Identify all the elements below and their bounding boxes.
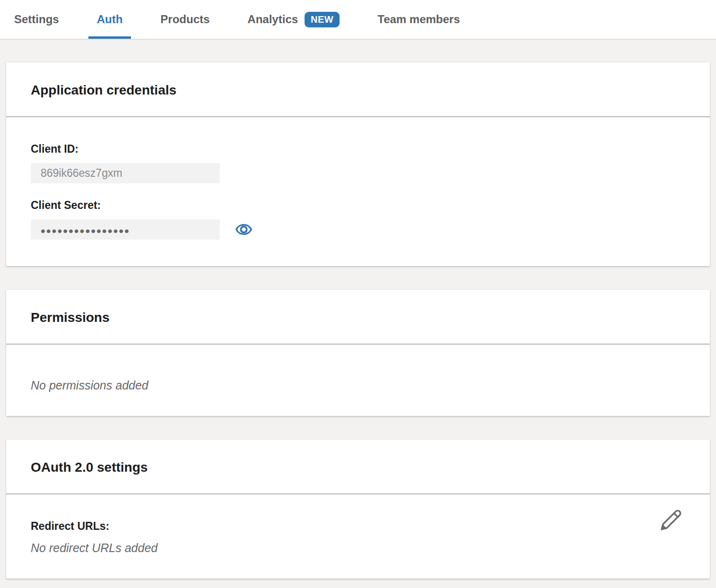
- redirect-urls-label: Redirect URLs:: [31, 520, 685, 533]
- oauth-settings-header: OAuth 2.0 settings: [6, 440, 710, 494]
- tab-analytics-label: Analytics: [247, 13, 298, 26]
- permissions-header: Permissions: [6, 290, 710, 345]
- analytics-new-badge: NEW: [305, 12, 340, 27]
- tab-analytics[interactable]: Analytics NEW: [247, 0, 340, 39]
- client-secret-group: Client Secret: ••••••••••••••••: [31, 199, 685, 240]
- no-redirect-urls-text: No redirect URLs added: [31, 541, 685, 555]
- edit-redirect-urls-button[interactable]: [660, 509, 682, 531]
- auth-tab-content: Application credentials Client ID: 869ik…: [0, 40, 716, 585]
- show-client-secret-button[interactable]: [235, 221, 253, 238]
- eye-icon: [235, 221, 253, 238]
- tab-team-members[interactable]: Team members: [377, 0, 460, 39]
- application-credentials-title: Application credentials: [31, 82, 685, 98]
- tab-products[interactable]: Products: [160, 0, 210, 39]
- client-id-label: Client ID:: [31, 143, 685, 156]
- tab-settings-label: Settings: [14, 13, 59, 26]
- tab-bar: Settings Auth Products Analytics NEW Tea…: [0, 0, 716, 40]
- application-credentials-body: Client ID: 869ik66esz7gxm Client Secret:…: [6, 117, 710, 266]
- no-permissions-text: No permissions added: [31, 379, 685, 392]
- client-secret-label: Client Secret:: [31, 199, 685, 212]
- client-secret-field: ••••••••••••••••: [31, 219, 220, 240]
- tab-auth[interactable]: Auth: [97, 0, 123, 39]
- client-id-field: 869ik66esz7gxm: [31, 163, 220, 183]
- client-id-group: Client ID: 869ik66esz7gxm: [31, 143, 685, 183]
- permissions-body: No permissions added: [6, 345, 710, 416]
- client-secret-masked-value: ••••••••••••••••: [41, 222, 130, 238]
- oauth-settings-title: OAuth 2.0 settings: [31, 459, 685, 476]
- tab-team-members-label: Team members: [377, 13, 460, 26]
- tab-products-label: Products: [160, 13, 210, 26]
- oauth-settings-card: OAuth 2.0 settings Redirect URLs: No red…: [6, 440, 710, 579]
- pencil-icon: [660, 509, 682, 531]
- application-credentials-header: Application credentials: [6, 62, 710, 117]
- oauth-settings-body: Redirect URLs: No redirect URLs added: [6, 494, 710, 579]
- tab-auth-label: Auth: [97, 13, 123, 26]
- permissions-card: Permissions No permissions added: [6, 290, 710, 416]
- client-id-value: 869ik66esz7gxm: [41, 167, 122, 180]
- client-secret-row: ••••••••••••••••: [31, 219, 685, 240]
- tab-settings[interactable]: Settings: [14, 0, 59, 39]
- permissions-title: Permissions: [31, 310, 685, 326]
- application-credentials-card: Application credentials Client ID: 869ik…: [6, 62, 710, 266]
